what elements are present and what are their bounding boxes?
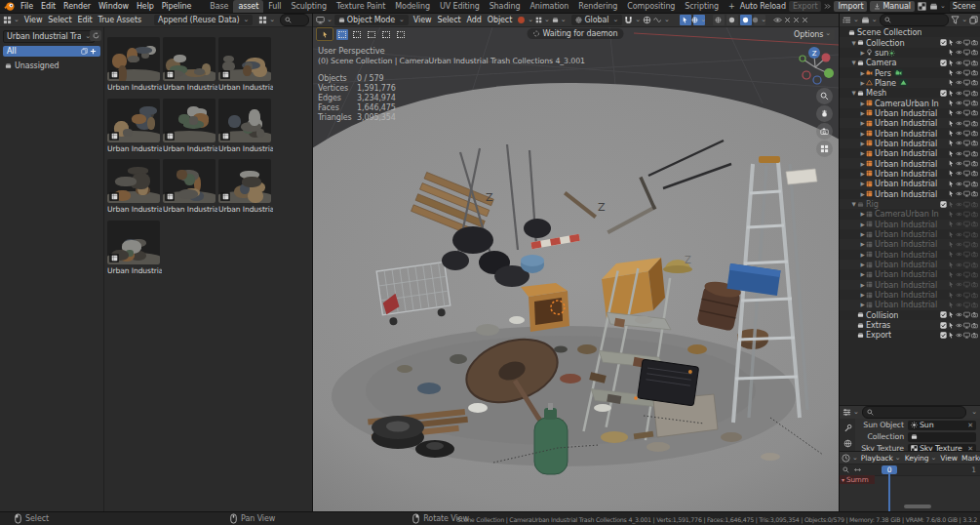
render-disable-icon[interactable] (971, 69, 978, 76)
hide-toggle-icon[interactable] (956, 190, 962, 197)
outliner-row-urban-industrial[interactable]: ▶Urban Industrial (840, 220, 980, 229)
select-mode-new[interactable] (336, 29, 348, 40)
xray-toggle[interactable] (680, 15, 691, 25)
workspace-tab-modeling[interactable]: Modeling (390, 0, 435, 13)
hide-toggle-icon[interactable] (956, 60, 962, 66)
asset-library-dropdown[interactable]: Urban Industrial Trash Collec (3, 30, 95, 43)
hide-toggle-icon[interactable] (956, 332, 962, 339)
selectable-toggle-icon[interactable] (948, 281, 955, 288)
render-disable-icon[interactable] (971, 190, 978, 197)
menu-file[interactable]: File (17, 2, 37, 11)
outliner-row-collection[interactable]: ▼Collection (840, 37, 980, 47)
viewport-menu-add[interactable]: Add (464, 16, 485, 24)
outliner-row-rig[interactable]: ▼Rig (840, 199, 980, 209)
hide-toggle-icon[interactable] (956, 39, 962, 46)
outliner-row-cameraurban-in[interactable]: ▶CameraUrban In (840, 98, 980, 107)
orientation-dropdown[interactable]: Global (571, 15, 622, 25)
workspace-tab-uv-editing[interactable]: UV Editing (435, 0, 485, 13)
shading-solid-button[interactable] (726, 15, 738, 25)
render-disable-icon[interactable] (971, 49, 978, 56)
snap-dropdown[interactable] (624, 16, 641, 24)
disclosure-right-icon[interactable]: ▶ (859, 141, 866, 146)
viewport-disable-icon[interactable] (963, 221, 970, 227)
blender-logo-icon[interactable] (4, 1, 15, 12)
workspace-tab-shading[interactable]: Shading (485, 0, 526, 13)
exclude-checkbox[interactable] (940, 311, 947, 318)
render-disable-icon[interactable] (971, 90, 978, 97)
disclosure-right-icon[interactable]: ▶ (859, 50, 866, 56)
property-field[interactable] (908, 432, 976, 442)
divider[interactable] (312, 14, 313, 511)
selectable-toggle-icon[interactable] (948, 190, 955, 197)
asset-menu-edit[interactable]: Edit (74, 16, 95, 24)
shading-rendered-button[interactable] (754, 15, 765, 25)
hide-toggle-icon[interactable] (956, 100, 962, 106)
hide-toggle-icon[interactable] (956, 201, 962, 208)
viewport-disable-icon[interactable] (963, 211, 970, 218)
outliner-row-urban-industrial[interactable]: ▶Urban Industrial (840, 280, 980, 290)
viewport-disable-icon[interactable] (963, 231, 970, 238)
viewport-disable-icon[interactable] (963, 39, 970, 46)
divider[interactable] (839, 14, 840, 511)
select-mode-intersect[interactable] (395, 29, 407, 40)
viewport-disable-icon[interactable] (963, 322, 970, 329)
selectable-toggle-icon[interactable] (948, 39, 955, 46)
select-mode-extend[interactable] (351, 29, 363, 40)
asset-item[interactable]: Urban Industrial Tr... (163, 159, 217, 214)
outliner-row-pers[interactable]: ▶Pers (840, 67, 980, 77)
navigation-gizmo[interactable]: Z (798, 43, 835, 90)
disclosure-right-icon[interactable]: ▶ (859, 181, 866, 186)
render-disable-icon[interactable] (971, 281, 978, 288)
selectable-toggle-icon[interactable] (948, 49, 955, 56)
selectable-toggle-icon[interactable] (948, 100, 955, 106)
selectable-toggle-icon[interactable] (948, 311, 955, 318)
hide-toggle-icon[interactable] (956, 241, 962, 248)
viewport-3d[interactable]: Z Z Z Waiting for daemon Options User Pe… (312, 27, 839, 511)
outliner-row-urban-industrial[interactable]: ▶Urban Industrial (840, 229, 980, 239)
disclosure-right-icon[interactable]: ▶ (859, 120, 866, 126)
pan-button[interactable] (816, 105, 833, 122)
viewport-disable-icon[interactable] (963, 271, 970, 278)
disclosure-right-icon[interactable]: ▶ (859, 101, 866, 106)
asset-item[interactable]: Urban Industrial Tr... (107, 99, 162, 153)
property-field[interactable]: Sky Texture✕ (908, 444, 976, 452)
disclosure-right-icon[interactable]: ▶ (859, 222, 866, 227)
render-disable-icon[interactable] (971, 292, 978, 299)
hide-toggle-icon[interactable] (956, 150, 962, 157)
viewport-disable-icon[interactable] (963, 120, 970, 127)
selectable-toggle-icon[interactable] (948, 262, 955, 268)
asset-thumbnail[interactable] (163, 99, 216, 142)
selectable-toggle-icon[interactable] (948, 90, 955, 97)
selectable-toggle-icon[interactable] (948, 181, 955, 187)
viewport-menu-select[interactable]: Select (434, 16, 463, 24)
viewport-menu-object[interactable]: Object (485, 16, 515, 24)
snap-target-dropdown[interactable] (552, 16, 567, 24)
hide-toggle-icon[interactable] (956, 262, 962, 268)
disclosure-right-icon[interactable]: ▶ (859, 252, 866, 258)
hide-toggle-icon[interactable] (956, 322, 962, 329)
viewport-disable-icon[interactable] (963, 281, 970, 288)
viewport-disable-icon[interactable] (963, 60, 970, 66)
render-disable-icon[interactable] (971, 241, 978, 248)
render-disable-icon[interactable] (971, 251, 978, 258)
pan-frames-icon[interactable] (854, 466, 861, 473)
render-disable-icon[interactable] (971, 140, 978, 146)
hide-toggle-icon[interactable] (956, 79, 962, 86)
exclude-checkbox[interactable] (940, 332, 947, 339)
render-disable-icon[interactable] (971, 109, 978, 116)
disclosure-right-icon[interactable]: ▶ (859, 171, 866, 177)
add-workspace-button[interactable]: + (724, 0, 740, 13)
editor-type-dropdown[interactable] (843, 408, 859, 417)
outliner-row-cameraurban-in[interactable]: ▶CameraUrban In (840, 209, 980, 219)
new-collection-button[interactable] (969, 16, 978, 24)
render-disable-icon[interactable] (971, 60, 978, 66)
workspace-tab-texture-paint[interactable]: Texture Paint (332, 0, 390, 13)
scene-browse-dropdown[interactable] (929, 2, 946, 11)
viewport-disable-icon[interactable] (963, 160, 970, 167)
property-field[interactable]: Sun✕ (908, 421, 976, 430)
workspace-tab-compositing[interactable]: Compositing (622, 0, 680, 13)
outliner-row-urban-industrial[interactable]: ▶Urban Industrial (840, 189, 980, 199)
viewport-disable-icon[interactable] (963, 49, 970, 56)
hide-toggle-icon[interactable] (956, 311, 962, 318)
viewport-disable-icon[interactable] (963, 100, 970, 106)
